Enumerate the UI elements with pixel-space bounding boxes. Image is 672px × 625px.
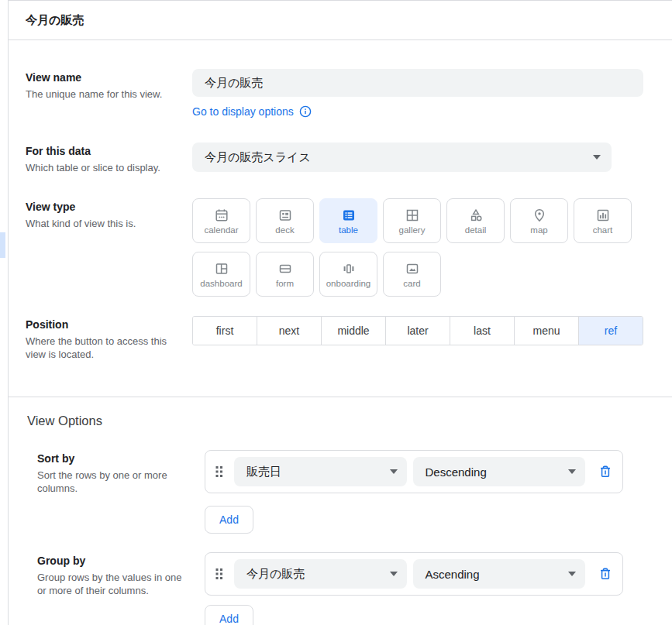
view-type-card[interactable]: card (383, 252, 441, 297)
chart-icon (595, 208, 611, 223)
view-type-map[interactable]: map (510, 198, 568, 243)
view-editor-panel: 今月の販売 View name The unique name for this… (8, 0, 672, 625)
position-first[interactable]: first (193, 317, 257, 345)
group-by-description: Group rows by the values in one or more … (37, 571, 183, 597)
for-this-data-label: For this data (26, 145, 192, 157)
group-by-label: Group by (37, 555, 205, 567)
table-icon (341, 208, 357, 223)
view-name-input[interactable] (192, 69, 643, 97)
info-icon (299, 105, 312, 118)
go-to-display-options-link[interactable]: Go to display options (192, 105, 312, 118)
detail-icon (468, 208, 484, 223)
chevron-down-icon (593, 155, 601, 160)
sort-order-select[interactable]: Descending (413, 457, 586, 486)
view-type-deck[interactable]: deck (256, 198, 314, 243)
position-menu[interactable]: menu (514, 317, 578, 345)
view-type-label-gallery: gallery (399, 225, 426, 235)
view-type-dashboard[interactable]: dashboard (192, 252, 250, 297)
gallery-icon (405, 208, 420, 223)
for-this-data-description: Which table or slice to display. (26, 161, 171, 174)
view-type-onboarding[interactable]: onboarding (319, 252, 377, 297)
position-ref[interactable]: ref (578, 317, 643, 345)
delete-group-rule-button[interactable] (598, 566, 613, 582)
sidebar-selection-strip (0, 232, 5, 258)
chevron-down-icon (568, 572, 576, 576)
drag-handle-icon[interactable] (215, 465, 223, 478)
group-rule-row: 今月の販売 Ascending (205, 552, 623, 596)
sort-column-select[interactable]: 販売日 (234, 457, 407, 486)
add-group-rule-button[interactable]: Add (205, 605, 253, 625)
drag-handle-icon[interactable] (215, 568, 223, 580)
view-type-label-chart: chart (593, 225, 613, 235)
trash-icon (598, 566, 613, 582)
view-type-label-deck: deck (275, 225, 294, 235)
view-type-calendar[interactable]: calendar (192, 198, 250, 243)
group-order-select[interactable]: Ascending (413, 559, 586, 589)
group-column-value: 今月の販売 (246, 567, 305, 582)
sort-order-value: Descending (426, 465, 487, 479)
sort-column-value: 販売日 (246, 465, 281, 479)
onboarding-icon (341, 261, 357, 276)
trash-icon (598, 464, 613, 479)
view-type-label: View type (26, 201, 192, 213)
view-type-label-map: map (530, 225, 547, 235)
view-type-label-dashboard: dashboard (200, 279, 242, 288)
position-label: Position (26, 318, 192, 331)
sort-rule-row: 販売日 Descending (205, 450, 623, 493)
sort-by-label: Sort by (37, 452, 205, 465)
view-options-heading: View Options (27, 414, 672, 428)
view-type-label-card: card (403, 279, 420, 288)
position-next[interactable]: next (257, 317, 321, 345)
add-sort-rule-button[interactable]: Add (205, 506, 253, 534)
panel-title: 今月の販売 (9, 1, 672, 40)
position-later[interactable]: later (385, 317, 450, 345)
dashboard-icon (214, 261, 229, 276)
view-type-gallery[interactable]: gallery (383, 198, 441, 243)
position-description: Where the button to access this view is … (26, 335, 171, 361)
view-type-form[interactable]: form (256, 252, 314, 297)
chevron-down-icon (568, 469, 576, 474)
position-middle[interactable]: middle (321, 317, 385, 345)
view-name-label: View name (26, 71, 192, 84)
form-icon (277, 261, 293, 276)
view-type-description: What kind of view this is. (26, 217, 171, 230)
sort-by-description: Sort the rows by one or more columns. (37, 469, 183, 495)
delete-sort-rule-button[interactable] (598, 464, 613, 479)
group-column-select[interactable]: 今月の販売 (234, 559, 407, 589)
section-divider (9, 397, 672, 397)
group-order-value: Ascending (426, 568, 480, 581)
position-segmented-control: first next middle later last menu ref (192, 316, 643, 345)
data-source-value: 今月の販売スライス (205, 150, 311, 165)
view-type-label-calendar: calendar (204, 225, 238, 235)
view-type-grid: calendar deck table (192, 198, 646, 297)
chevron-down-icon (390, 572, 398, 576)
view-type-chart[interactable]: chart (574, 198, 632, 243)
go-to-display-options-label: Go to display options (192, 105, 294, 118)
chevron-down-icon (390, 469, 398, 474)
view-type-label-table: table (339, 225, 358, 235)
view-type-label-onboarding: onboarding (326, 279, 371, 288)
view-type-detail[interactable]: detail (446, 198, 505, 243)
map-pin-icon (532, 208, 547, 223)
deck-icon (277, 208, 293, 223)
view-type-label-detail: detail (465, 225, 487, 235)
data-source-select[interactable]: 今月の販売スライス (192, 143, 612, 172)
view-type-table[interactable]: table (319, 198, 377, 243)
card-image-icon (405, 261, 420, 276)
view-type-label-form: form (276, 279, 294, 288)
calendar-icon (214, 208, 229, 223)
view-name-description: The unique name for this view. (26, 88, 171, 101)
position-last[interactable]: last (450, 317, 514, 345)
